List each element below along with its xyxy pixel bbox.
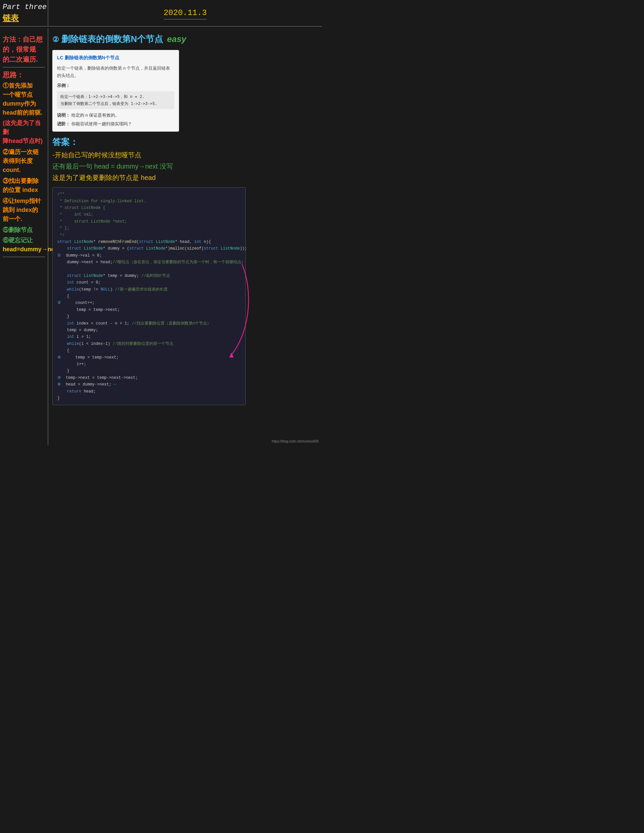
thinking-section: 思路： ①首先添加 一个哑节点 dummy作为 head前的前驱. (这先是为了… <box>3 68 45 257</box>
part-three-label: Part three <box>3 3 45 12</box>
footer-url: https://blog.csdn.net/sumisu666 <box>272 439 319 443</box>
date-label: 2020.11.3 <box>164 6 207 20</box>
thinking-title: 思路： <box>3 70 45 80</box>
main-row: 方法：自己想 的，很常规 的二次遍历. 思路： ①首先添加 一个哑节点 dumm… <box>0 28 322 445</box>
lc-card-desc: 给定一个链表，删除链表的倒数第 n 个节点，并且返回链表的头结点。 <box>57 64 174 79</box>
right-panel: ② 删除链表的倒数第N个节点 LC 删除链表的倒数第N个节点 easy LC 删… <box>48 28 322 445</box>
example-output: 当删除了倒数第二个节点后，链表变为 1->2->3->5. <box>60 100 171 107</box>
method-section: 方法：自己想 的，很常规 的二次遍历. <box>3 32 45 68</box>
lc-problem-card: LC 删除链表的倒数第N个节点 给定一个链表，删除链表的倒数第 n 个节点，并且… <box>52 50 179 132</box>
code-content: /** * Definition for singly-linked list.… <box>57 191 241 402</box>
example-input: 给定一个链表：1->2->3->4->5，和 n = 2. <box>60 93 171 100</box>
step-1c: 降head节点时) <box>3 137 45 146</box>
lc-note: 说明： 给定的 n 保证是有效的。 <box>57 112 174 119</box>
answer-notes: -开始自己写的时候没想哑节点 还有最后一句 head = dummy→next … <box>52 150 318 183</box>
left-header-title: Part three 链表 <box>0 0 48 26</box>
example-box: 给定一个链表：1->2->3->4->5，和 n = 2. 当删除了倒数第二个节… <box>57 91 174 109</box>
right-header-date: 2020.11.3 <box>48 0 322 26</box>
problem-title-row: ② 删除链表的倒数第N个节点 LC 删除链表的倒数第N个节点 easy <box>52 32 318 47</box>
step-4: ④让temp指针 跳到 index的 前一个. <box>3 196 45 224</box>
left-sidebar: 方法：自己想 的，很常规 的二次遍历. 思路： ①首先添加 一个哑节点 dumm… <box>0 28 48 445</box>
answer-title: 答案： <box>52 136 318 148</box>
problem-title: ② 删除链表的倒数第N个节点 <box>52 33 163 45</box>
method-title: 方法：自己想 的，很常规 的二次遍历. <box>3 34 45 64</box>
step-5: ⑤删除节点 <box>3 225 45 235</box>
example-label: 示例： <box>57 82 174 89</box>
top-header: Part three 链表 2020.11.3 <box>0 0 322 27</box>
lc-card-title: LC 删除链表的倒数第N个节点 <box>57 54 174 62</box>
answer-section: 答案： -开始自己写的时候没想哑节点 还有最后一句 head = dummy→n… <box>52 135 318 184</box>
page-container: Part three 链表 2020.11.3 方法：自己想 的，很常规 的二次… <box>0 0 322 445</box>
easy-label: easy <box>167 34 186 44</box>
chain-table-label: 链表 <box>3 12 45 24</box>
step-6: ⑥硬忘记让 <box>3 236 45 245</box>
code-block-container: /** * Definition for singly-linked list.… <box>52 187 246 405</box>
step-3: ③找出要删除 的位置 index <box>3 177 45 195</box>
step-1b: (这先是为了当删 <box>3 119 45 137</box>
answer-note1: -开始自己写的时候没想哑节点 <box>52 150 318 160</box>
step-2: ②遍历一次链 表得到长度 count. <box>3 148 45 175</box>
step-1: ①首先添加 一个哑节点 dummy作为 head前的前驱. <box>3 81 45 117</box>
answer-note2: 还有最后一句 head = dummy→next 没写 <box>52 161 318 171</box>
lc-advance: 进阶： 你能尝试使用一趟扫描实现吗？ <box>57 120 174 128</box>
answer-note3: 这是为了避免要删除的节点是 head <box>52 173 318 183</box>
step-6b: head=dummy→next <box>3 245 45 254</box>
